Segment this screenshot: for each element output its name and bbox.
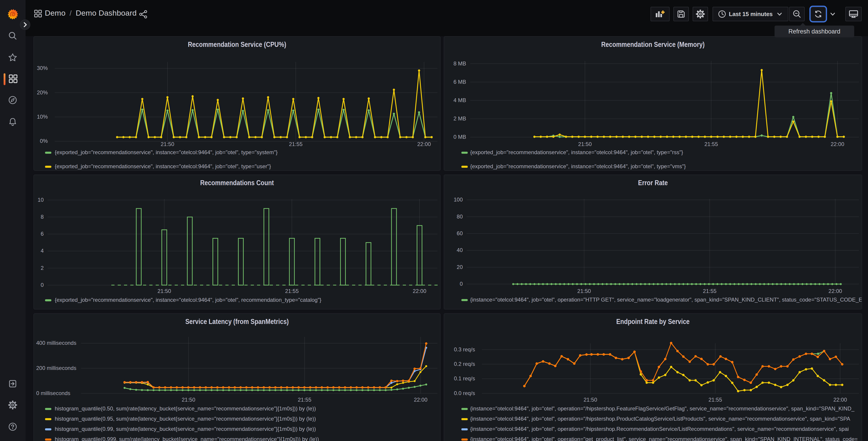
- svg-text:0: 0: [460, 281, 463, 287]
- svg-text:22:00: 22:00: [831, 141, 844, 147]
- svg-text:0 milliseconds: 0 milliseconds: [36, 390, 70, 396]
- svg-text:22:00: 22:00: [828, 288, 842, 294]
- svg-text:0.1 req/s: 0.1 req/s: [454, 375, 475, 381]
- svg-text:10: 10: [37, 197, 44, 203]
- svg-text:0.3 req/s: 0.3 req/s: [454, 346, 475, 352]
- svg-text:10%: 10%: [37, 114, 48, 120]
- svg-text:21:50: 21:50: [578, 141, 592, 147]
- svg-text:20%: 20%: [37, 89, 48, 95]
- svg-text:0 MB: 0 MB: [454, 134, 466, 140]
- svg-text:200 milliseconds: 200 milliseconds: [36, 365, 76, 371]
- svg-text:6 MB: 6 MB: [454, 79, 466, 85]
- svg-text:21:50: 21:50: [182, 396, 195, 403]
- svg-text:40: 40: [457, 247, 463, 253]
- svg-text:21:55: 21:55: [709, 396, 722, 403]
- svg-text:6: 6: [41, 231, 44, 237]
- svg-text:21:55: 21:55: [289, 141, 303, 147]
- svg-text:100: 100: [454, 197, 463, 203]
- svg-text:2: 2: [41, 265, 44, 271]
- svg-text:4: 4: [41, 248, 44, 254]
- svg-text:4 MB: 4 MB: [454, 97, 466, 103]
- svg-text:0: 0: [41, 282, 44, 288]
- svg-text:22:00: 22:00: [414, 396, 428, 403]
- svg-text:0.0 req/s: 0.0 req/s: [454, 390, 475, 396]
- svg-text:20: 20: [457, 264, 463, 270]
- svg-text:8: 8: [41, 214, 44, 220]
- svg-text:21:50: 21:50: [161, 141, 174, 147]
- svg-text:8 MB: 8 MB: [454, 60, 466, 66]
- svg-text:0.2 req/s: 0.2 req/s: [454, 361, 475, 367]
- svg-text:21:55: 21:55: [703, 288, 716, 294]
- svg-text:22:00: 22:00: [417, 141, 431, 147]
- svg-text:21:50: 21:50: [157, 288, 171, 294]
- svg-text:21:55: 21:55: [298, 396, 311, 403]
- svg-text:400 milliseconds: 400 milliseconds: [36, 340, 76, 346]
- svg-text:80: 80: [457, 213, 463, 219]
- svg-text:21:55: 21:55: [704, 141, 718, 147]
- svg-text:21:50: 21:50: [577, 288, 591, 294]
- svg-text:21:50: 21:50: [584, 396, 597, 403]
- svg-text:22:00: 22:00: [413, 288, 426, 294]
- svg-text:21:55: 21:55: [285, 288, 299, 294]
- svg-text:22:00: 22:00: [833, 396, 847, 403]
- svg-text:30%: 30%: [37, 65, 48, 71]
- svg-text:60: 60: [457, 230, 463, 236]
- svg-text:0%: 0%: [40, 138, 48, 144]
- svg-text:2 MB: 2 MB: [454, 115, 466, 122]
